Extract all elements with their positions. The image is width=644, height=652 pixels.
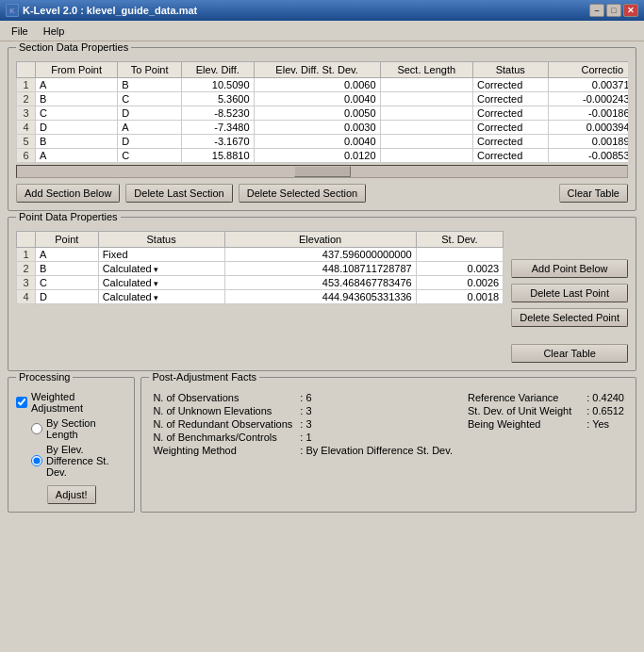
sect-len-cell[interactable] <box>380 92 472 106</box>
delete-selected-point-button[interactable]: Delete Selected Point <box>511 308 628 327</box>
by-elev-diff-radio[interactable] <box>31 455 42 466</box>
pad-value2 <box>583 431 628 444</box>
pt-stdev-cell[interactable] <box>416 248 504 262</box>
elev-diff-cell[interactable]: -8.5230 <box>182 106 255 121</box>
add-point-button[interactable]: Add Point Below <box>511 259 628 278</box>
minimize-button[interactable]: – <box>589 4 604 17</box>
pt-elevation-cell[interactable]: 437.596000000000 <box>224 248 416 262</box>
elev-stdev-cell[interactable]: 0.0030 <box>254 121 380 135</box>
post-adj-row: N. of Redundant Observations : 3 Being W… <box>149 417 628 431</box>
to-point-cell[interactable]: D <box>118 135 182 149</box>
status-dropdown-arrow[interactable]: ▾ <box>152 279 159 288</box>
from-point-cell[interactable]: B <box>36 135 118 149</box>
correction-cell: -0.008532216 <box>548 149 628 163</box>
weighted-adjustment-checkbox[interactable] <box>16 397 27 408</box>
col-elev-stdev: Elev. Diff. St. Dev. <box>254 62 380 78</box>
row-num: 1 <box>17 78 36 92</box>
clear-section-table-button[interactable]: Clear Table <box>559 184 628 203</box>
delete-selected-section-button[interactable]: Delete Selected Section <box>239 184 366 203</box>
elev-diff-cell[interactable]: -7.3480 <box>182 121 255 135</box>
to-point-cell[interactable]: D <box>118 106 182 121</box>
point-status-cell[interactable]: Calculated ▾ <box>98 276 224 290</box>
pad-value: : 3 <box>296 417 456 431</box>
pt-point-cell[interactable]: D <box>36 290 99 304</box>
close-button[interactable]: ✕ <box>623 4 638 17</box>
pt-row-num: 2 <box>17 262 36 276</box>
elev-diff-cell[interactable]: 15.8810 <box>182 149 255 163</box>
correction-cell: -0.001862452 <box>548 106 628 121</box>
pt-elevation-cell[interactable]: 448.108711728787 <box>224 262 416 276</box>
section-scrollbar[interactable] <box>16 165 628 178</box>
elev-diff-cell[interactable]: -3.1670 <box>182 135 255 149</box>
sect-len-cell[interactable] <box>380 78 472 92</box>
from-point-cell[interactable]: A <box>36 149 118 163</box>
to-point-cell[interactable]: C <box>118 92 182 106</box>
post-adjustment-group: Post-Adjustment Facts N. of Observations… <box>140 377 636 513</box>
point-status-cell[interactable]: Calculated ▾ <box>98 262 224 276</box>
pad-label2: St. Dev. of Unit Weight <box>456 404 583 417</box>
section-scrollbar-thumb <box>294 166 351 177</box>
sect-len-cell[interactable] <box>380 149 472 163</box>
pt-point-cell[interactable]: C <box>36 276 99 290</box>
clear-point-table-button[interactable]: Clear Table <box>511 344 628 363</box>
pt-stdev-cell[interactable]: 0.0018 <box>416 290 504 304</box>
pt-stdev-cell[interactable]: 0.0026 <box>416 276 504 290</box>
point-table-row: 3 C Calculated ▾ 453.468467783476 0.0026 <box>17 276 504 290</box>
to-point-cell[interactable]: B <box>118 78 182 92</box>
delete-last-point-button[interactable]: Delete Last Point <box>511 284 628 302</box>
point-table-row: 4 D Calculated ▾ 444.943605331336 0.0018 <box>17 290 504 304</box>
sect-len-cell[interactable] <box>380 106 472 121</box>
col-num <box>17 62 36 78</box>
pad-label: N. of Observations <box>149 391 296 404</box>
section-table: From Point To Point Elev. Diff. Elev. Di… <box>16 61 628 163</box>
point-table: Point Status Elevation St. Dev. 1 A Fixe… <box>16 231 504 304</box>
section-table-row: 6 A C 15.8810 0.0120 Corrected -0.008532… <box>17 149 629 163</box>
to-point-cell[interactable]: A <box>118 121 182 135</box>
pt-elevation-cell[interactable]: 444.943605331336 <box>224 290 416 304</box>
point-status-cell[interactable]: Calculated ▾ <box>98 290 224 304</box>
pad-label2 <box>456 444 583 457</box>
menu-help[interactable]: Help <box>36 24 73 39</box>
from-point-cell[interactable]: B <box>36 92 118 106</box>
row-num: 3 <box>17 106 36 121</box>
sect-len-cell[interactable] <box>380 135 472 149</box>
elev-stdev-cell[interactable]: 0.0120 <box>254 149 380 163</box>
sect-len-cell[interactable] <box>380 121 472 135</box>
from-point-cell[interactable]: D <box>36 121 118 135</box>
pt-point-cell[interactable]: B <box>36 262 99 276</box>
add-section-button[interactable]: Add Section Below <box>16 184 120 203</box>
pad-value: : 3 <box>296 404 456 417</box>
menu-file[interactable]: File <box>4 24 36 39</box>
elev-diff-cell[interactable]: 5.3600 <box>182 92 255 106</box>
maximize-button[interactable]: □ <box>606 4 621 17</box>
pad-label: Weighting Method <box>149 444 296 457</box>
elev-stdev-cell[interactable]: 0.0060 <box>254 78 380 92</box>
pt-col-stdev: St. Dev. <box>416 232 504 248</box>
to-point-cell[interactable]: C <box>118 149 182 163</box>
status-cell: Corrected <box>472 92 548 106</box>
pt-row-num: 3 <box>17 276 36 290</box>
status-dropdown-arrow[interactable]: ▾ <box>152 293 159 302</box>
pt-stdev-cell[interactable]: 0.0023 <box>416 262 504 276</box>
from-point-cell[interactable]: C <box>36 106 118 121</box>
elev-stdev-cell[interactable]: 0.0050 <box>254 106 380 121</box>
pad-value2 <box>583 444 628 457</box>
elev-stdev-cell[interactable]: 0.0040 <box>254 92 380 106</box>
correction-cell: 0.0003946686 <box>548 121 628 135</box>
delete-last-section-button[interactable]: Delete Last Section <box>125 184 232 203</box>
from-point-cell[interactable]: A <box>36 78 118 92</box>
pt-elevation-cell[interactable]: 453.468467783476 <box>224 276 416 290</box>
point-status-cell[interactable]: Fixed <box>98 248 224 262</box>
pad-label2 <box>456 431 583 444</box>
col-elev-diff: Elev. Diff. <box>182 62 255 78</box>
pt-point-cell[interactable]: A <box>36 248 99 262</box>
by-section-length-radio[interactable] <box>31 423 42 434</box>
adjust-button[interactable]: Adjust! <box>47 485 96 504</box>
pad-value2: : 0.4240 <box>583 391 628 404</box>
status-dropdown-arrow[interactable]: ▾ <box>152 265 159 274</box>
col-correction: Correctio <box>548 62 628 78</box>
pad-label2: Reference Variance <box>456 391 583 404</box>
elev-stdev-cell[interactable]: 0.0040 <box>254 135 380 149</box>
elev-diff-cell[interactable]: 10.5090 <box>182 78 255 92</box>
col-sect-len: Sect. Length <box>380 62 472 78</box>
